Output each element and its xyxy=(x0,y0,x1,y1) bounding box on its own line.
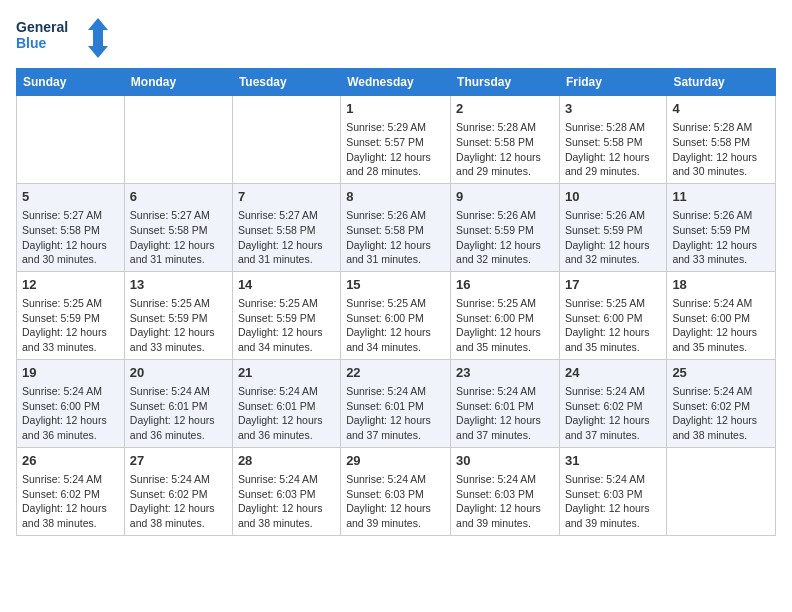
day-info: Sunrise: 5:25 AM Sunset: 5:59 PM Dayligh… xyxy=(22,296,119,355)
calendar-cell: 10Sunrise: 5:26 AM Sunset: 5:59 PM Dayli… xyxy=(559,183,666,271)
day-number: 6 xyxy=(130,188,227,206)
calendar-cell xyxy=(232,96,340,184)
calendar-cell: 26Sunrise: 5:24 AM Sunset: 6:02 PM Dayli… xyxy=(17,447,125,535)
calendar-cell: 3Sunrise: 5:28 AM Sunset: 5:58 PM Daylig… xyxy=(559,96,666,184)
calendar-cell: 31Sunrise: 5:24 AM Sunset: 6:03 PM Dayli… xyxy=(559,447,666,535)
logo: General Blue xyxy=(16,16,116,60)
day-number: 10 xyxy=(565,188,661,206)
day-info: Sunrise: 5:24 AM Sunset: 6:03 PM Dayligh… xyxy=(456,472,554,531)
day-number: 24 xyxy=(565,364,661,382)
calendar-cell xyxy=(667,447,776,535)
day-info: Sunrise: 5:25 AM Sunset: 6:00 PM Dayligh… xyxy=(565,296,661,355)
calendar-cell xyxy=(124,96,232,184)
calendar-cell: 12Sunrise: 5:25 AM Sunset: 5:59 PM Dayli… xyxy=(17,271,125,359)
day-info: Sunrise: 5:24 AM Sunset: 6:02 PM Dayligh… xyxy=(565,384,661,443)
day-number: 21 xyxy=(238,364,335,382)
day-header-tuesday: Tuesday xyxy=(232,69,340,96)
day-number: 26 xyxy=(22,452,119,470)
day-number: 28 xyxy=(238,452,335,470)
day-number: 12 xyxy=(22,276,119,294)
calendar-cell: 29Sunrise: 5:24 AM Sunset: 6:03 PM Dayli… xyxy=(341,447,451,535)
svg-text:General: General xyxy=(16,19,68,35)
day-number: 20 xyxy=(130,364,227,382)
calendar-week-row: 19Sunrise: 5:24 AM Sunset: 6:00 PM Dayli… xyxy=(17,359,776,447)
logo-svg: General Blue xyxy=(16,16,116,60)
calendar-week-row: 26Sunrise: 5:24 AM Sunset: 6:02 PM Dayli… xyxy=(17,447,776,535)
day-number: 4 xyxy=(672,100,770,118)
day-info: Sunrise: 5:24 AM Sunset: 6:01 PM Dayligh… xyxy=(130,384,227,443)
day-info: Sunrise: 5:25 AM Sunset: 6:00 PM Dayligh… xyxy=(456,296,554,355)
day-number: 27 xyxy=(130,452,227,470)
calendar-cell: 22Sunrise: 5:24 AM Sunset: 6:01 PM Dayli… xyxy=(341,359,451,447)
day-number: 22 xyxy=(346,364,445,382)
day-info: Sunrise: 5:24 AM Sunset: 6:03 PM Dayligh… xyxy=(238,472,335,531)
day-info: Sunrise: 5:28 AM Sunset: 5:58 PM Dayligh… xyxy=(672,120,770,179)
calendar-week-row: 12Sunrise: 5:25 AM Sunset: 5:59 PM Dayli… xyxy=(17,271,776,359)
day-info: Sunrise: 5:29 AM Sunset: 5:57 PM Dayligh… xyxy=(346,120,445,179)
calendar-cell: 23Sunrise: 5:24 AM Sunset: 6:01 PM Dayli… xyxy=(451,359,560,447)
day-info: Sunrise: 5:24 AM Sunset: 6:03 PM Dayligh… xyxy=(565,472,661,531)
day-info: Sunrise: 5:24 AM Sunset: 6:02 PM Dayligh… xyxy=(672,384,770,443)
calendar-cell: 7Sunrise: 5:27 AM Sunset: 5:58 PM Daylig… xyxy=(232,183,340,271)
day-info: Sunrise: 5:28 AM Sunset: 5:58 PM Dayligh… xyxy=(565,120,661,179)
calendar-cell: 18Sunrise: 5:24 AM Sunset: 6:00 PM Dayli… xyxy=(667,271,776,359)
day-number: 25 xyxy=(672,364,770,382)
day-number: 31 xyxy=(565,452,661,470)
day-number: 14 xyxy=(238,276,335,294)
day-header-friday: Friday xyxy=(559,69,666,96)
calendar-cell: 5Sunrise: 5:27 AM Sunset: 5:58 PM Daylig… xyxy=(17,183,125,271)
calendar-cell: 21Sunrise: 5:24 AM Sunset: 6:01 PM Dayli… xyxy=(232,359,340,447)
day-info: Sunrise: 5:26 AM Sunset: 5:58 PM Dayligh… xyxy=(346,208,445,267)
calendar-cell: 14Sunrise: 5:25 AM Sunset: 5:59 PM Dayli… xyxy=(232,271,340,359)
days-header-row: SundayMondayTuesdayWednesdayThursdayFrid… xyxy=(17,69,776,96)
day-header-sunday: Sunday xyxy=(17,69,125,96)
day-number: 1 xyxy=(346,100,445,118)
calendar-week-row: 1Sunrise: 5:29 AM Sunset: 5:57 PM Daylig… xyxy=(17,96,776,184)
day-info: Sunrise: 5:24 AM Sunset: 6:01 PM Dayligh… xyxy=(346,384,445,443)
day-number: 29 xyxy=(346,452,445,470)
day-number: 7 xyxy=(238,188,335,206)
day-info: Sunrise: 5:24 AM Sunset: 6:02 PM Dayligh… xyxy=(22,472,119,531)
calendar-week-row: 5Sunrise: 5:27 AM Sunset: 5:58 PM Daylig… xyxy=(17,183,776,271)
day-header-wednesday: Wednesday xyxy=(341,69,451,96)
calendar-cell: 27Sunrise: 5:24 AM Sunset: 6:02 PM Dayli… xyxy=(124,447,232,535)
svg-text:Blue: Blue xyxy=(16,35,47,51)
calendar-cell: 15Sunrise: 5:25 AM Sunset: 6:00 PM Dayli… xyxy=(341,271,451,359)
day-number: 18 xyxy=(672,276,770,294)
day-number: 16 xyxy=(456,276,554,294)
calendar-cell: 17Sunrise: 5:25 AM Sunset: 6:00 PM Dayli… xyxy=(559,271,666,359)
day-header-saturday: Saturday xyxy=(667,69,776,96)
calendar-cell: 2Sunrise: 5:28 AM Sunset: 5:58 PM Daylig… xyxy=(451,96,560,184)
day-number: 13 xyxy=(130,276,227,294)
calendar-cell: 13Sunrise: 5:25 AM Sunset: 5:59 PM Dayli… xyxy=(124,271,232,359)
day-info: Sunrise: 5:27 AM Sunset: 5:58 PM Dayligh… xyxy=(238,208,335,267)
day-info: Sunrise: 5:28 AM Sunset: 5:58 PM Dayligh… xyxy=(456,120,554,179)
calendar-table: SundayMondayTuesdayWednesdayThursdayFrid… xyxy=(16,68,776,536)
day-number: 5 xyxy=(22,188,119,206)
day-info: Sunrise: 5:24 AM Sunset: 6:00 PM Dayligh… xyxy=(22,384,119,443)
day-number: 15 xyxy=(346,276,445,294)
day-info: Sunrise: 5:24 AM Sunset: 6:03 PM Dayligh… xyxy=(346,472,445,531)
day-info: Sunrise: 5:24 AM Sunset: 6:00 PM Dayligh… xyxy=(672,296,770,355)
day-info: Sunrise: 5:25 AM Sunset: 5:59 PM Dayligh… xyxy=(130,296,227,355)
calendar-cell: 25Sunrise: 5:24 AM Sunset: 6:02 PM Dayli… xyxy=(667,359,776,447)
calendar-cell: 16Sunrise: 5:25 AM Sunset: 6:00 PM Dayli… xyxy=(451,271,560,359)
calendar-cell: 6Sunrise: 5:27 AM Sunset: 5:58 PM Daylig… xyxy=(124,183,232,271)
day-number: 2 xyxy=(456,100,554,118)
day-info: Sunrise: 5:25 AM Sunset: 6:00 PM Dayligh… xyxy=(346,296,445,355)
day-number: 11 xyxy=(672,188,770,206)
calendar-cell: 20Sunrise: 5:24 AM Sunset: 6:01 PM Dayli… xyxy=(124,359,232,447)
day-number: 17 xyxy=(565,276,661,294)
calendar-cell: 28Sunrise: 5:24 AM Sunset: 6:03 PM Dayli… xyxy=(232,447,340,535)
day-header-thursday: Thursday xyxy=(451,69,560,96)
day-info: Sunrise: 5:26 AM Sunset: 5:59 PM Dayligh… xyxy=(565,208,661,267)
calendar-cell: 1Sunrise: 5:29 AM Sunset: 5:57 PM Daylig… xyxy=(341,96,451,184)
day-info: Sunrise: 5:25 AM Sunset: 5:59 PM Dayligh… xyxy=(238,296,335,355)
calendar-cell xyxy=(17,96,125,184)
svg-marker-2 xyxy=(88,18,108,58)
day-number: 3 xyxy=(565,100,661,118)
day-info: Sunrise: 5:27 AM Sunset: 5:58 PM Dayligh… xyxy=(22,208,119,267)
day-number: 23 xyxy=(456,364,554,382)
calendar-cell: 19Sunrise: 5:24 AM Sunset: 6:00 PM Dayli… xyxy=(17,359,125,447)
day-number: 30 xyxy=(456,452,554,470)
